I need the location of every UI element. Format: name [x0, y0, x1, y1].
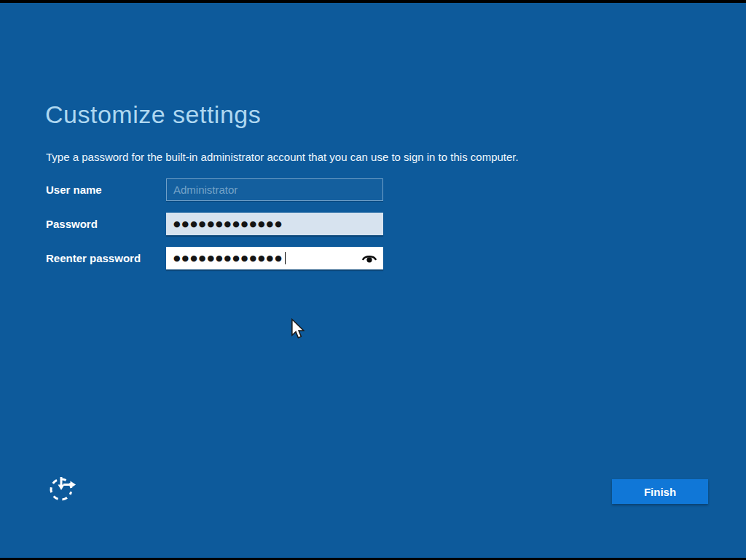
- username-label: User name: [46, 178, 162, 201]
- reenter-password-label: Reenter password: [46, 247, 162, 269]
- letterbox-top: [0, 0, 746, 3]
- page-title: Customize settings: [45, 100, 261, 129]
- ease-of-access-button[interactable]: [45, 471, 79, 505]
- username-input[interactable]: [166, 178, 383, 201]
- password-label: Password: [46, 213, 162, 235]
- reveal-password-icon[interactable]: [361, 253, 377, 264]
- page-subtitle: Type a password for the built-in adminis…: [46, 151, 519, 163]
- password-input[interactable]: ●●●●●●●●●●●●●: [166, 213, 383, 235]
- text-caret: [285, 252, 286, 264]
- reenter-masked-value: ●●●●●●●●●●●●●: [173, 247, 283, 269]
- mouse-cursor-icon: [291, 318, 305, 339]
- ease-of-access-icon: [45, 471, 79, 505]
- reenter-password-input[interactable]: ●●●●●●●●●●●●●: [166, 247, 383, 269]
- password-masked-value: ●●●●●●●●●●●●●: [173, 213, 283, 235]
- finish-button[interactable]: Finish: [612, 479, 708, 504]
- oobe-customize-settings-screen: Customize settings Type a password for t…: [0, 0, 746, 560]
